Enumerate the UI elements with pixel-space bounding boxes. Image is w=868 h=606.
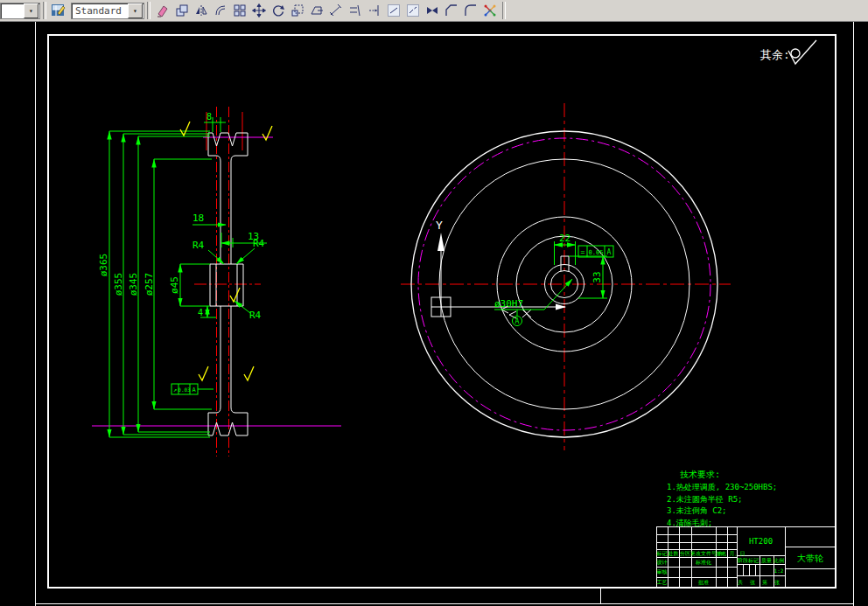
tb-scale-value: 1:2 [774, 568, 784, 574]
fcf-symbol: = [581, 248, 585, 256]
copy-button[interactable] [172, 1, 192, 20]
fcf-datum: A [192, 387, 196, 394]
extend-button[interactable] [365, 1, 384, 20]
tech-requirements: 技术要求: 1.热处理调质, 230~250HBS; 2.未注圆角半径 R5; … [667, 470, 777, 527]
array-icon [233, 3, 247, 17]
left-view-fcf: ↗ 0.03 A [172, 384, 198, 394]
fcf-datum: A [607, 248, 612, 256]
left-partial-combo[interactable]: ▾ [0, 3, 40, 19]
tb-header: 年、月、日 [719, 550, 746, 557]
layers-icon [51, 3, 66, 18]
erase-button[interactable] [153, 1, 172, 20]
datum-label: A [515, 317, 520, 325]
style-combo-value: Standard [72, 5, 128, 17]
t-sheet: 第 [762, 579, 767, 585]
roughness-icon [199, 366, 208, 380]
erase-icon [156, 3, 170, 17]
move-button[interactable] [249, 1, 269, 20]
left-view: ø365 ø355 ø345 ø257 ø45 18 13 8 4 R4 R4 … [92, 107, 341, 456]
move-icon [252, 3, 266, 17]
tb-header: 分区 [680, 550, 690, 556]
stretch-button[interactable] [307, 1, 326, 20]
dim-label: ø345 [128, 273, 139, 296]
tb-header: 处数 [668, 550, 679, 557]
roughness-icon [262, 126, 272, 140]
tb-role: 设计 [657, 559, 668, 565]
tech-req-item: 1.热处理调质, 230~250HBS; [667, 483, 777, 491]
copy-icon [175, 3, 189, 17]
fcf-value: 0.05 [589, 249, 604, 256]
tb-label: 质量 [761, 557, 772, 563]
trim-button[interactable] [346, 1, 365, 20]
tech-req-title: 技术要求: [680, 470, 720, 479]
offset-icon [214, 3, 228, 17]
modify-toolbar [153, 1, 500, 20]
roughness-icons [180, 122, 272, 380]
break-icon [406, 3, 420, 17]
tb-role: 标准化 [695, 559, 711, 566]
right-view: Y 22 33 ø30H7 A [401, 103, 731, 450]
break-button[interactable] [403, 1, 423, 20]
tb-header: 标记 [656, 550, 668, 557]
layer-properties-button[interactable] [49, 1, 68, 20]
tb-label: 比例 [774, 557, 784, 564]
dim-label: ø355 [113, 273, 124, 296]
tb-sheet: 张 [750, 579, 755, 586]
toolbar: ▾ Standard ▾ [0, 0, 868, 22]
array-button[interactable] [230, 1, 249, 20]
autocad-window: { "toolbar": { "style_value": "Standard"… [0, 0, 868, 606]
dim-label: R4 [253, 238, 265, 249]
drawing-frame [35, 22, 853, 606]
stretch-icon [310, 3, 324, 17]
dim-label: ø365 [98, 254, 109, 277]
chamfer-button[interactable] [442, 1, 461, 20]
mirror-button[interactable] [192, 1, 211, 20]
style-combo[interactable]: Standard ▾ [71, 3, 144, 19]
chevron-down-icon[interactable]: ▾ [128, 3, 143, 18]
mirror-icon [194, 3, 208, 17]
scale-icon [290, 3, 304, 17]
fcf-value: 0.03 [178, 387, 191, 393]
tb-label: 阶段标记 [738, 557, 759, 564]
toolbar-separator [147, 2, 150, 19]
join-icon [425, 3, 439, 17]
toolbar-separator [502, 2, 506, 19]
dim-label: R4 [249, 310, 262, 321]
tb-sheet: 共 [738, 579, 743, 585]
toolbar-separator [43, 2, 46, 19]
explode-icon [483, 3, 497, 17]
roughness-icon [230, 288, 240, 302]
join-button[interactable] [423, 1, 442, 20]
offset-button[interactable] [211, 1, 230, 20]
tb-role: 工艺 [657, 579, 668, 585]
trim-icon [348, 3, 362, 17]
dim-label: 22 [559, 233, 570, 244]
title-block-text: HT200 大带轮 标记 处数 分区 更改文件号 签名 年、月、日 设计 标准化… [656, 537, 824, 586]
bore-dim-label: ø30H7 [494, 298, 523, 310]
tb-header: 更改文件号 [690, 550, 717, 556]
explode-button[interactable] [480, 1, 500, 20]
surface-note-label: 其余: [760, 48, 790, 61]
drawing-canvas[interactable]: 其余: [0, 22, 868, 606]
chevron-down-icon[interactable]: ▾ [24, 3, 38, 18]
surface-note: 其余: [760, 40, 816, 64]
tech-req-item: 4.清除毛刺; [667, 519, 712, 527]
fillet-button[interactable] [461, 1, 480, 20]
dim-label: R4 [192, 240, 205, 251]
ucs-y-label: Y [436, 219, 443, 232]
material-value: HT200 [749, 537, 773, 546]
rotate-button[interactable] [269, 1, 288, 20]
title-block: HT200 大带轮 标记 处数 分区 更改文件号 签名 年、月、日 设计 标准化… [656, 526, 836, 588]
part-name: 大带轮 [797, 554, 823, 563]
scale-button[interactable] [288, 1, 307, 20]
lengthen-button[interactable] [326, 1, 346, 20]
tech-req-item: 2.未注圆角半径 R5; [667, 495, 743, 504]
break-at-point-button[interactable] [384, 1, 403, 20]
right-view-dim-labels: 22 33 ø30H7 A [494, 233, 603, 325]
tb-role: 批准 [698, 579, 709, 586]
dim-label: 33 [592, 271, 603, 282]
tech-req-item: 3.未注倒角 C2; [667, 506, 727, 515]
dim-label: ø45 [169, 276, 180, 294]
fcf-symbol: ↗ [173, 387, 177, 394]
roughness-icon [788, 40, 816, 64]
